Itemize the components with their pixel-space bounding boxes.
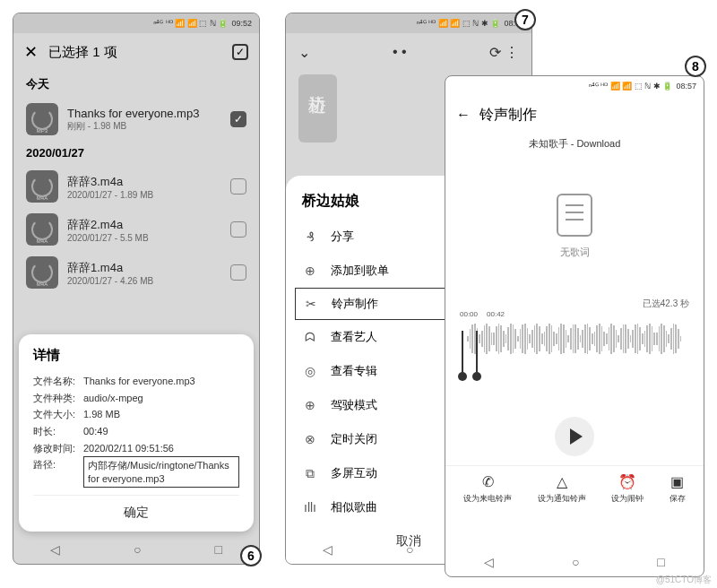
more-actions[interactable]: ⟳ ⋮ (489, 44, 519, 61)
audio-file-icon: M4A (26, 213, 58, 246)
callout-badge-7: 7 (514, 9, 536, 30)
section-today: 今天 (13, 71, 259, 98)
time-ticks: 00:00 00:42 (445, 310, 704, 318)
phone-8-ringtone-maker: ⁿ⁴ᴳ ᴴᴰ 📶 📶 ⬚ ℕ ✱ 🔋 08:57 ← 铃声制作 未知歌手 - D… (445, 75, 704, 577)
status-icons: ⁿ⁴ᴳ ᴴᴰ 📶 📶 ⬚ ℕ 🔋 (153, 19, 228, 28)
file-meta: 2020/01/27 - 4.26 MB (67, 276, 221, 286)
selection-duration: 已选42.3 秒 (445, 298, 704, 310)
value-filetype: audio/x-mpeg (83, 390, 239, 407)
checkbox-icon[interactable] (230, 264, 246, 281)
file-meta: 2020/01/27 - 5.5 MB (67, 233, 221, 243)
watermark: @51CTO博客 (656, 574, 712, 586)
checkbox-icon[interactable] (230, 221, 246, 238)
nav-recent-icon[interactable]: □ (657, 555, 664, 569)
confirm-button[interactable]: 确定 (33, 495, 239, 524)
similar-icon: ıllı (302, 500, 318, 514)
nav-home-icon[interactable]: ○ (572, 555, 579, 569)
section-date: 2020/01/27 (13, 141, 259, 165)
chevron-down-icon[interactable]: ⌄ (298, 44, 310, 61)
bottom-actions: ✆设为来电铃声 △设为通知铃声 ⏰设为闹钟 ▣保存 (445, 465, 704, 508)
audio-file-icon: MP3 (26, 103, 58, 135)
label-modtime: 修改时间: (33, 440, 83, 457)
status-bar: ⁿ⁴ᴳ ᴴᴰ 📶 📶 ⬚ ℕ ✱ 🔋 08:57 (445, 76, 704, 96)
select-all-icon[interactable]: ✓ (232, 44, 248, 60)
file-name: 辞辞1.m4a (67, 260, 221, 276)
file-row[interactable]: M4A 辞辞3.m4a 2020/01/27 - 1.89 MB (13, 165, 259, 208)
label-filetype: 文件种类: (33, 390, 83, 407)
file-row[interactable]: M4A 辞辞1.m4a 2020/01/27 - 4.26 MB (13, 251, 259, 294)
waveform (458, 318, 691, 359)
share-icon: ₰ (302, 229, 318, 244)
set-call-ringtone[interactable]: ✆设为来电铃声 (463, 473, 512, 505)
label-duration: 时长: (33, 423, 83, 440)
track-subtitle: 未知歌手 - Download (445, 134, 704, 154)
selection-title: 已选择 1 项 (48, 44, 117, 61)
trim-end-handle[interactable] (476, 331, 478, 374)
nav-home-icon[interactable]: ○ (406, 542, 413, 557)
player-header: ⌄ • • ⟳ ⋮ (286, 33, 531, 71)
file-name: Thanks for everyone.mp3 (67, 107, 221, 120)
scissors-icon: ✂ (303, 297, 319, 311)
ringtone-header: ← 铃声制作 (445, 96, 704, 134)
dialog-title: 详情 (33, 347, 239, 364)
album-icon: ◎ (302, 364, 318, 378)
file-row[interactable]: MP3 Thanks for everyone.mp3 刚刚 - 1.98 MB… (13, 98, 259, 141)
value-filesize: 1.98 MB (83, 406, 239, 423)
nav-home-icon[interactable]: ○ (134, 542, 141, 557)
alarm-icon: ⏰ (618, 473, 636, 490)
multiscreen-icon: ⧉ (302, 466, 318, 481)
waveform-editor[interactable] (445, 318, 704, 408)
status-icons: ⁿ⁴ᴳ ᴴᴰ 📶 📶 ⬚ ℕ ✱ 🔋 (589, 82, 673, 91)
callout-badge-6: 6 (240, 545, 262, 566)
lyrics-icon (557, 194, 592, 237)
status-icons: ⁿ⁴ᴳ ᴴᴰ 📶 📶 ⬚ ℕ ✱ 🔋 (417, 19, 501, 28)
label-path: 路径: (33, 456, 83, 488)
phone-6-file-manager: ⁿ⁴ᴳ ᴴᴰ 📶 📶 ⬚ ℕ 🔋 09:52 ✕ 已选择 1 项 ✓ 今天 MP… (13, 13, 260, 565)
set-notification-ringtone[interactable]: △设为通知铃声 (538, 473, 586, 505)
dots-icon[interactable]: • • (393, 44, 407, 60)
back-arrow-icon[interactable]: ← (456, 107, 471, 123)
file-meta: 2020/01/27 - 1.89 MB (67, 190, 221, 200)
checkbox-icon[interactable] (230, 178, 246, 195)
artist-icon: ᗣ (302, 330, 318, 345)
file-name: 辞辞2.m4a (67, 217, 221, 233)
play-button[interactable] (555, 417, 594, 456)
tick-end: 00:42 (487, 310, 505, 318)
tick-start: 00:00 (460, 310, 478, 318)
no-lyrics-text: 无歌词 (560, 246, 590, 259)
value-duration: 00:49 (83, 423, 239, 440)
label-filesize: 文件大小: (33, 406, 83, 423)
nav-bar: ◁ ○ □ (445, 548, 704, 576)
checkbox-icon[interactable]: ✓ (230, 111, 246, 127)
status-time: 08:57 (676, 82, 696, 91)
phone-icon: ✆ (482, 473, 494, 490)
nav-back-icon[interactable]: ◁ (50, 542, 60, 557)
nav-back-icon[interactable]: ◁ (323, 542, 333, 557)
timer-icon: ⊗ (302, 432, 318, 446)
steering-icon: ⊕ (302, 398, 318, 412)
nav-bar: ◁ ○ □ (13, 535, 259, 564)
album-cover: 桥边 (298, 74, 337, 143)
file-name: 辞辞3.m4a (67, 174, 221, 190)
status-time: 09:52 (231, 19, 252, 28)
value-filename: Thanks for everyone.mp3 (83, 373, 239, 390)
selection-header: ✕ 已选择 1 项 ✓ (13, 33, 259, 71)
save-button[interactable]: ▣保存 (669, 473, 686, 505)
playlist-add-icon: ⊕ (302, 264, 318, 278)
callout-badge-8: 8 (685, 56, 706, 77)
file-row[interactable]: M4A 辞辞2.m4a 2020/01/27 - 5.5 MB (13, 208, 259, 251)
lyrics-placeholder: 无歌词 (445, 154, 704, 298)
audio-file-icon: M4A (26, 256, 58, 289)
close-icon[interactable]: ✕ (24, 42, 38, 62)
nav-recent-icon[interactable]: □ (215, 542, 222, 557)
status-bar: ⁿ⁴ᴳ ᴴᴰ 📶 📶 ⬚ ℕ ✱ 🔋 08:56 (286, 13, 531, 33)
label-filename: 文件名称: (33, 373, 83, 390)
file-meta: 刚刚 - 1.98 MB (67, 120, 221, 133)
nav-back-icon[interactable]: ◁ (484, 555, 494, 569)
audio-file-icon: M4A (26, 170, 58, 203)
set-alarm[interactable]: ⏰设为闹钟 (611, 473, 644, 505)
bell-icon: △ (557, 473, 567, 490)
page-title: 铃声制作 (479, 106, 537, 125)
trim-start-handle[interactable] (462, 331, 463, 374)
value-modtime: 2020/02/11 09:51:56 (83, 440, 239, 457)
